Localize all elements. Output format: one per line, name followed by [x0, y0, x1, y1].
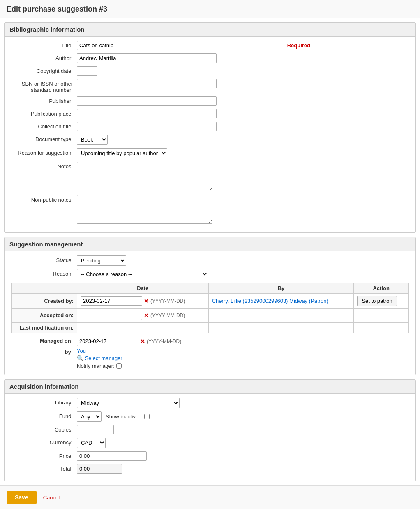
created-by-action-cell: Set to patron: [354, 294, 409, 309]
notify-manager-checkbox[interactable]: [116, 363, 122, 369]
copies-label: Copies:: [11, 425, 77, 433]
publication-place-label: Publication place:: [11, 109, 77, 117]
patron-link[interactable]: Cherry, Lillie (23529000299603) Midway (…: [212, 298, 328, 304]
currency-label: Currency:: [11, 438, 77, 446]
save-button[interactable]: Save: [7, 491, 37, 504]
managed-on-date-clear[interactable]: ✕: [140, 338, 145, 345]
document-type-select[interactable]: Book Journal Article Map Other: [77, 135, 108, 145]
bibliographic-section: Bibliographic information Title: Require…: [4, 22, 416, 233]
suggestion-mgmt-title: Suggestion management: [5, 237, 415, 251]
show-inactive-label: Show inactive:: [106, 413, 140, 420]
footer-bar: Save Cancel: [0, 485, 420, 509]
search-icon: 🔍: [77, 355, 83, 361]
currency-select[interactable]: CAD USD EUR GBP: [77, 438, 106, 448]
price-row: Price:: [11, 451, 409, 461]
created-by-label: Created by:: [12, 294, 77, 309]
fund-select[interactable]: Any General Special: [77, 411, 102, 422]
isbn-input[interactable]: [77, 79, 217, 88]
author-label: Author:: [11, 53, 77, 61]
acquisition-section-title: Acquisition information: [5, 380, 415, 394]
select-manager-link[interactable]: 🔍 Select manager: [77, 355, 122, 361]
status-label: Status:: [11, 255, 77, 263]
created-by-date-cell: ✕ (YYYY-MM-DD): [77, 294, 209, 309]
currency-row: Currency: CAD USD EUR GBP: [11, 438, 409, 448]
managed-by-label: by:: [11, 348, 77, 355]
copies-input[interactable]: [77, 425, 114, 434]
status-row: Status: Pending Accepted Rejected Ordere…: [11, 255, 409, 266]
author-row: Author:: [11, 53, 409, 63]
accepted-on-date-clear[interactable]: ✕: [144, 312, 149, 319]
managed-on-label: Managed on:: [11, 337, 77, 344]
date-column-header: Date: [77, 283, 209, 294]
set-to-patron-button[interactable]: Set to patron: [357, 296, 397, 306]
non-public-notes-label: Non-public notes:: [11, 195, 77, 203]
created-by-patron-cell: Cherry, Lillie (23529000299603) Midway (…: [208, 294, 354, 309]
total-row: Total:: [11, 464, 409, 474]
created-by-row: Created by: ✕ (YYYY-MM-DD) Cherry, Lilli…: [12, 294, 409, 309]
library-select[interactable]: Midway Main Branch A: [77, 398, 180, 408]
total-label: Total:: [11, 464, 77, 472]
last-modification-row: Last modification on:: [12, 323, 409, 333]
title-input[interactable]: [77, 41, 282, 50]
title-row: Title: Required: [11, 41, 409, 50]
managed-by-row: by: You 🔍 Select manager Notify manager:: [11, 348, 409, 369]
fund-label: Fund:: [11, 411, 77, 419]
isbn-row: ISBN or ISSN or other standard number:: [11, 79, 409, 93]
collection-title-row: Collection title:: [11, 122, 409, 131]
notes-textarea[interactable]: [77, 162, 212, 190]
suggestion-mgmt-section: Suggestion management Status: Pending Ac…: [4, 237, 416, 375]
collection-title-label: Collection title:: [11, 122, 77, 130]
accepted-on-date-hint: (YYYY-MM-DD): [150, 313, 185, 318]
copyright-input[interactable]: [77, 66, 97, 76]
accepted-on-by-cell: [208, 309, 354, 323]
collection-title-input[interactable]: [77, 122, 217, 131]
bibliographic-form: Title: Required Author: Copyright date: …: [5, 37, 415, 232]
accepted-on-action-cell: [354, 309, 409, 323]
copyright-label: Copyright date:: [11, 66, 77, 74]
last-modification-label: Last modification on:: [12, 323, 77, 333]
reason-row: Reason: -- Choose a reason -- Budget Out…: [11, 269, 409, 279]
suggestion-mgmt-form: Status: Pending Accepted Rejected Ordere…: [5, 251, 415, 375]
action-column-header: Action: [354, 283, 409, 294]
publication-place-input[interactable]: [77, 109, 217, 118]
library-label: Library:: [11, 398, 77, 406]
created-by-date-input[interactable]: [81, 296, 142, 306]
price-label: Price:: [11, 451, 77, 459]
bibliographic-section-title: Bibliographic information: [5, 23, 415, 37]
page-title: Edit purchase suggestion #3: [0, 0, 420, 18]
managed-by-value: You: [77, 348, 86, 354]
cancel-link[interactable]: Cancel: [43, 494, 60, 501]
status-select[interactable]: Pending Accepted Rejected Ordered: [77, 255, 126, 266]
accepted-on-date-input[interactable]: [81, 311, 142, 320]
document-type-label: Document type:: [11, 135, 77, 142]
total-input: [77, 464, 122, 474]
show-inactive-checkbox[interactable]: [144, 414, 150, 419]
non-public-notes-textarea[interactable]: [77, 195, 212, 224]
managed-on-row: Managed on: ✕ (YYYY-MM-DD): [11, 337, 409, 346]
required-badge: Required: [287, 42, 310, 49]
last-modification-action-cell: [354, 323, 409, 333]
reason-suggestion-select[interactable]: -- Choose a reason -- Upcoming title by …: [77, 148, 167, 158]
reason-select[interactable]: -- Choose a reason -- Budget Out of scop…: [77, 269, 208, 279]
suggestion-table: Date By Action Created by: ✕ (YYYY-MM-DD…: [11, 283, 409, 333]
fund-row: Fund: Any General Special Show inactive:: [11, 411, 409, 422]
copyright-row: Copyright date:: [11, 66, 409, 76]
last-modification-by-cell: [208, 323, 354, 333]
accepted-on-label: Accepted on:: [12, 309, 77, 323]
non-public-notes-row: Non-public notes:: [11, 195, 409, 225]
accepted-on-date-cell: ✕ (YYYY-MM-DD): [77, 309, 209, 323]
publisher-label: Publisher:: [11, 96, 77, 104]
copies-row: Copies:: [11, 425, 409, 434]
title-label: Title:: [11, 41, 77, 49]
reason-label: Reason:: [11, 269, 77, 277]
author-input[interactable]: [77, 53, 217, 63]
price-input[interactable]: [77, 451, 147, 461]
acquisition-section: Acquisition information Library: Midway …: [4, 379, 416, 481]
last-modification-date-cell: [77, 323, 209, 333]
acquisition-form: Library: Midway Main Branch A Fund: Any …: [5, 394, 415, 481]
managed-on-date-input[interactable]: [77, 337, 138, 346]
library-row: Library: Midway Main Branch A: [11, 398, 409, 408]
publisher-input[interactable]: [77, 96, 217, 106]
created-by-date-clear[interactable]: ✕: [144, 298, 149, 304]
document-type-row: Document type: Book Journal Article Map …: [11, 135, 409, 145]
